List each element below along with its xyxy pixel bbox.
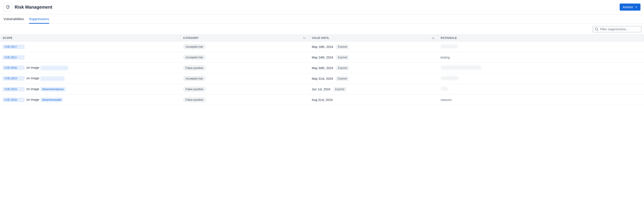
cell-rationale: reasons: [438, 95, 644, 105]
sort-desc-icon: [432, 36, 435, 39]
cell-scope: CVE-2017-: [0, 41, 180, 52]
category-pill: Accepted risk: [183, 76, 206, 81]
rationale-redacted: [440, 87, 448, 91]
header-divider: [617, 2, 617, 12]
cell-scope: CVE-2019-on imagebitnami/mariadb: [0, 95, 180, 105]
table-row[interactable]: CVE-2019-on imagebitnami/mariadbFalse po…: [0, 95, 644, 105]
image-link[interactable]: bitnami/wordpress: [40, 87, 66, 91]
cell-scope: CVE-2016-on image: [0, 63, 180, 73]
category-pill: False positive: [183, 65, 206, 70]
cell-category: False positive: [180, 63, 309, 73]
search-box[interactable]: [593, 26, 641, 32]
shield-icon-box: [4, 3, 12, 11]
cell-category: Accepted risk: [180, 52, 309, 63]
cell-scope: CVE-2023-on imagebitnami/wordpress: [0, 84, 180, 95]
caret-down-icon: [635, 6, 637, 8]
page-header: Risk Management Actions: [0, 0, 644, 14]
expired-badge: Expired: [336, 76, 349, 81]
search-icon: [595, 27, 599, 31]
page-title: Risk Management: [14, 5, 52, 10]
cell-scope: CVE-2011-: [0, 52, 180, 63]
tabs: Vulnerabilities Suppressions: [0, 14, 644, 24]
valid-until-date: Aug 31st, 2024: [312, 98, 332, 102]
tab-vulnerabilities[interactable]: Vulnerabilities: [4, 14, 24, 24]
search-input[interactable]: [600, 27, 639, 31]
rationale-text: reasons: [440, 98, 452, 102]
cell-valid-until: May 31st, 2024Expired: [309, 73, 438, 84]
cve-link[interactable]: CVE-2019-: [3, 98, 24, 102]
header-right: Actions: [617, 2, 640, 12]
cve-link[interactable]: CVE-2023-: [3, 76, 24, 81]
table-body: CVE-2017-Accepted riskMay 16th, 2024Expi…: [0, 41, 644, 105]
th-scope[interactable]: Scope: [0, 35, 180, 41]
cell-rationale: [438, 84, 644, 95]
cell-valid-until: May 24th, 2024Expired: [309, 52, 438, 63]
sort-asc-icon: [303, 36, 306, 39]
expired-badge: Expired: [336, 55, 349, 60]
category-pill: False positive: [183, 97, 206, 102]
valid-until-date: May 16th, 2024: [312, 45, 333, 49]
table-row[interactable]: CVE-2023-on imagebitnami/wordpressFalse …: [0, 84, 644, 95]
cell-category: Accepted risk: [180, 41, 309, 52]
on-image-label: on image: [26, 76, 39, 80]
valid-until-date: May 30th, 2024: [312, 66, 333, 70]
image-link[interactable]: [40, 76, 64, 81]
valid-until-date: May 24th, 2024: [312, 56, 333, 59]
cve-link[interactable]: CVE-2023-: [3, 87, 24, 91]
cell-valid-until: May 30th, 2024Expired: [309, 63, 438, 73]
filter-bar: [0, 24, 644, 34]
cell-rationale: testing: [438, 52, 644, 63]
expired-badge: Expired: [336, 66, 349, 70]
cell-rationale: [438, 41, 644, 52]
valid-until-date: May 31st, 2024: [312, 77, 333, 80]
rationale-redacted: [440, 44, 458, 48]
cell-category: Accepted risk: [180, 73, 309, 84]
cve-link[interactable]: CVE-2011-: [3, 55, 24, 60]
image-link[interactable]: bitnami/mariadb: [40, 98, 63, 102]
cell-valid-until: May 16th, 2024Expired: [309, 41, 438, 52]
rationale-redacted: [440, 76, 458, 80]
on-image-label: on image: [26, 98, 39, 101]
th-valid-until[interactable]: Valid Until: [309, 35, 438, 41]
rationale-text: testing: [440, 56, 450, 59]
expired-badge: Expired: [336, 45, 349, 49]
cell-rationale: [438, 63, 644, 73]
table-row[interactable]: CVE-2017-Accepted riskMay 16th, 2024Expi…: [0, 41, 644, 52]
rationale-redacted: [440, 66, 482, 70]
cell-rationale: [438, 73, 644, 84]
on-image-label: on image: [26, 87, 39, 91]
cell-category: False positive: [180, 84, 309, 95]
actions-label: Actions: [623, 5, 633, 9]
actions-button[interactable]: Actions: [620, 3, 640, 10]
tab-suppressions[interactable]: Suppressions: [29, 14, 49, 24]
cell-scope: CVE-2023-on image: [0, 73, 180, 84]
cell-category: False positive: [180, 95, 309, 105]
table-row[interactable]: CVE-2011-Accepted riskMay 24th, 2024Expi…: [0, 52, 644, 63]
table-row[interactable]: CVE-2016-on image False positiveMay 30th…: [0, 63, 644, 73]
on-image-label: on image: [26, 66, 39, 69]
th-category[interactable]: Category: [180, 35, 309, 41]
image-link[interactable]: [40, 66, 68, 70]
shield-icon: [5, 5, 10, 9]
category-pill: Accepted risk: [183, 55, 206, 60]
expired-badge: Expired: [334, 87, 346, 91]
category-pill: Accepted risk: [183, 44, 206, 49]
cell-valid-until: Aug 31st, 2024: [309, 95, 438, 105]
svg-line-1: [597, 30, 598, 31]
th-rationale[interactable]: Rationale: [438, 35, 644, 41]
valid-until-date: Jun 1st, 2024: [312, 87, 330, 91]
cell-valid-until: Jun 1st, 2024Expired: [309, 84, 438, 95]
table-row[interactable]: CVE-2023-on image Accepted riskMay 31st,…: [0, 73, 644, 84]
category-pill: False positive: [183, 87, 206, 92]
page-header-left: Risk Management: [4, 3, 52, 11]
cve-link[interactable]: CVE-2016-: [3, 66, 24, 70]
cve-link[interactable]: CVE-2017-: [3, 45, 24, 49]
suppressions-table: Scope Category Valid Until: [0, 34, 644, 105]
svg-point-0: [595, 28, 598, 30]
